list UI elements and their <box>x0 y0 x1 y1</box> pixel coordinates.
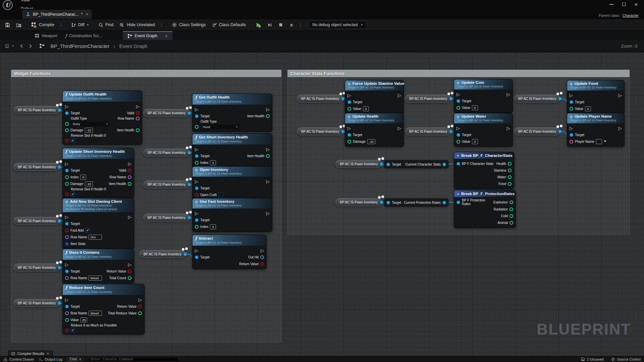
pin-object[interactable] <box>195 114 199 118</box>
variable-node[interactable]: BP AC IS Pawn Inventory <box>297 127 343 135</box>
value-input[interactable]: 0 <box>472 105 478 110</box>
checkbox[interactable] <box>218 192 223 197</box>
exec-in-pin[interactable]: ▷ <box>65 104 68 109</box>
node-update-coin[interactable]: ◇Update CoinTarget is BP AC IS Pawn Inve… <box>454 79 513 113</box>
cmd-select[interactable]: Cmd ▾ <box>67 357 84 362</box>
pin-int[interactable] <box>65 128 69 132</box>
pin-object[interactable] <box>58 165 61 169</box>
compile-button[interactable]: Compile <box>28 20 57 30</box>
exec-out-pin[interactable]: ▷ <box>136 104 140 109</box>
pin-name[interactable] <box>128 175 131 179</box>
checkbox[interactable]: ✔ <box>70 192 75 196</box>
tab-construction-scr-[interactable]: ƒConstruction Scr... <box>61 32 106 40</box>
pin-int[interactable] <box>195 161 199 165</box>
exec-out-pin[interactable]: ▷ <box>128 215 131 219</box>
variable-node[interactable]: BP AC IS Pawn Inventory <box>405 95 451 103</box>
value-input[interactable]: 0 <box>585 106 591 111</box>
graph-canvas[interactable]: Widget FunctionsCharacter Stats Funciton… <box>0 52 644 356</box>
variable-node[interactable]: BP AC IS Pawn Inventory <box>143 214 190 222</box>
pin-bool[interactable] <box>128 169 131 172</box>
pin-int[interactable] <box>570 107 573 111</box>
exec-out-pin[interactable]: ▷ <box>507 126 510 130</box>
exec-in-pin[interactable]: ▷ <box>457 92 460 97</box>
pin-object[interactable] <box>449 97 453 101</box>
value-input[interactable]: 0 <box>210 160 216 165</box>
exec-out-pin[interactable]: ▷ <box>266 179 270 184</box>
node-open-inventory[interactable]: ◇Open InventoryTarget is BP AC IS Pawn I… <box>192 166 272 200</box>
play-button[interactable] <box>253 20 264 30</box>
diff-button[interactable]: Diff ▾ <box>68 20 92 30</box>
close-icon[interactable]: ✕ <box>47 352 49 355</box>
checkbox[interactable]: ✔ <box>70 138 75 143</box>
breadcrumb-asset-name[interactable]: BP_ThirdPersonCharacter <box>51 43 110 49</box>
pin-object[interactable] <box>58 108 61 112</box>
bookmark-icon[interactable] <box>5 44 9 49</box>
pin-object[interactable] <box>457 133 460 137</box>
enum-dropdown[interactable]: Body▾ <box>70 121 110 127</box>
pin-object[interactable] <box>195 154 199 158</box>
variable-node[interactable]: BP AC IS Pawn Inventory <box>335 160 382 168</box>
pin-object[interactable] <box>558 130 562 133</box>
pin-float[interactable] <box>508 169 512 172</box>
pin-float[interactable] <box>128 276 131 280</box>
exec-out-pin[interactable]: ▷ <box>619 93 622 98</box>
asset-tab[interactable]: BP_ThirdPersonCharac... * ✕ <box>22 10 92 19</box>
value-input[interactable]: 25 <box>80 317 88 322</box>
exec-in-pin[interactable]: ▷ <box>570 93 573 98</box>
pin-object[interactable] <box>386 201 390 204</box>
browse-button[interactable] <box>13 20 24 30</box>
pin-object[interactable] <box>195 186 199 190</box>
class-defaults-button[interactable]: Class Defaults <box>209 20 249 30</box>
pin-object[interactable] <box>187 216 191 220</box>
pin-object[interactable] <box>442 201 446 204</box>
pin-object[interactable] <box>380 162 383 166</box>
debug-object-select[interactable]: No debug object selected ▾ <box>309 21 366 29</box>
exec-out-pin[interactable]: ▷ <box>266 107 270 112</box>
chevron-down-icon[interactable]: ▾ <box>12 44 14 48</box>
exec-in-pin[interactable]: ▷ <box>65 298 68 302</box>
variable-node[interactable]: BP AC IS Pawn Inventory <box>143 109 190 117</box>
pin-float[interactable] <box>509 214 513 218</box>
value-input[interactable]: 0 <box>363 106 369 111</box>
pin-bool[interactable] <box>65 229 69 232</box>
pin-object[interactable] <box>65 269 69 273</box>
pin-int[interactable] <box>457 106 460 110</box>
getter-node[interactable]: TargetCurrent Protection Rates <box>384 198 448 206</box>
pin-float[interactable] <box>508 182 512 186</box>
exec-out-pin[interactable]: ▷ <box>398 126 401 130</box>
back-arrow-icon[interactable] <box>19 44 25 49</box>
name-input[interactable]: Wood <box>89 276 102 281</box>
variable-node[interactable]: BP AC IS Pawn Inventory <box>143 180 190 188</box>
unsaved-assets-button[interactable]: 2 Unsaved <box>581 357 604 361</box>
variable-node[interactable]: BP AC IS Pawn Inventory <box>13 263 60 272</box>
node-update-short-inventory-health[interactable]: ƒUpdate Short Inventory HealthTarget is … <box>62 148 134 198</box>
variable-node[interactable]: BP AC IS Pawn Inventory <box>143 148 190 157</box>
pin-object[interactable] <box>442 163 446 166</box>
pin-text[interactable] <box>570 140 573 143</box>
source-control-button[interactable]: Source Control <box>611 357 641 361</box>
node-break-protectionrates[interactable]: ◆Break BP_F_ProtectionRatesBP F Protecti… <box>454 190 516 228</box>
pin-bool[interactable] <box>260 262 264 266</box>
value-input[interactable]: 0 <box>210 224 216 229</box>
exec-in-pin[interactable]: ▷ <box>195 147 198 152</box>
menu-view[interactable]: View <box>16 0 40 4</box>
exec-out-pin[interactable]: ▷ <box>398 93 401 98</box>
variable-node[interactable]: BP AC IS Pawn Inventory <box>13 106 60 114</box>
exec-in-pin[interactable]: ▷ <box>195 179 198 184</box>
exec-in-pin[interactable]: ▷ <box>570 126 573 130</box>
close-button[interactable]: ✕ <box>634 2 638 7</box>
pin-float[interactable] <box>509 200 513 204</box>
play-options-button[interactable]: ⋮ <box>297 22 304 27</box>
variable-node[interactable]: BP AC IS Pawn Inventory <box>13 299 60 307</box>
pin-int[interactable] <box>457 140 460 143</box>
pin-float[interactable] <box>508 175 512 179</box>
compile-options-button[interactable]: ⋮ <box>57 22 64 27</box>
pin-float[interactable] <box>138 311 142 315</box>
pin-name[interactable] <box>65 276 69 280</box>
node-update-water[interactable]: ◇Update WaterTarget is BP AC IS Pawn Inv… <box>454 113 513 147</box>
pin-int[interactable] <box>347 140 351 143</box>
pin-name[interactable] <box>136 117 140 120</box>
pin-int[interactable] <box>65 318 69 322</box>
frame-skip-button[interactable] <box>264 20 275 30</box>
name-input[interactable]: Wood <box>89 311 102 316</box>
